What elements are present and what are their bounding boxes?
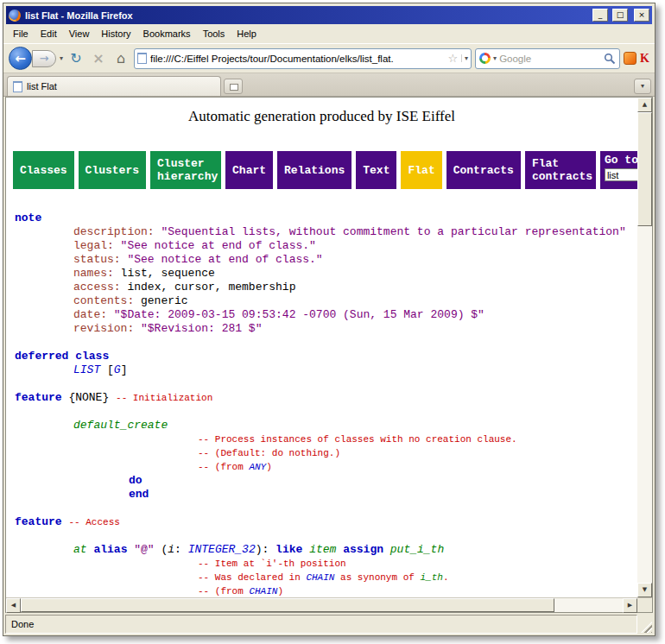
class-link[interactable]: CHAIN bbox=[306, 572, 334, 583]
minimize-button[interactable]: _ bbox=[592, 9, 608, 22]
class-link[interactable]: LIST bbox=[73, 363, 100, 376]
feature-link[interactable]: at bbox=[73, 543, 87, 556]
k-addon-icon[interactable]: K bbox=[640, 52, 649, 66]
menu-file[interactable]: File bbox=[7, 26, 35, 41]
search-icon[interactable] bbox=[604, 53, 616, 65]
bookmark-star-icon[interactable]: ☆ bbox=[447, 52, 458, 65]
code-token: index, cursor, membership bbox=[127, 281, 295, 294]
scroll-right-icon[interactable]: ▶ bbox=[623, 598, 637, 613]
code-line: -- (Default: do nothing.) bbox=[15, 446, 637, 460]
back-button[interactable]: ← bbox=[9, 47, 32, 70]
status-bar: Done bbox=[5, 615, 653, 634]
menu-bookmarks[interactable]: Bookmarks bbox=[137, 26, 197, 41]
nav-button-flat[interactable]: Flat bbox=[401, 151, 441, 189]
url-input[interactable] bbox=[150, 54, 444, 64]
nav-button-clusters[interactable]: Clusters bbox=[79, 151, 146, 189]
code-token: legal: bbox=[73, 239, 121, 252]
code-token: status: bbox=[73, 253, 127, 266]
code-line: status: "See notice at end of class." bbox=[15, 253, 637, 267]
menu-bar: File Edit View History Bookmarks Tools H… bbox=[3, 24, 655, 43]
forward-button[interactable]: → bbox=[32, 50, 56, 67]
horizontal-scroll-thumb[interactable] bbox=[21, 598, 554, 612]
url-dropdown-icon[interactable]: ▾ bbox=[461, 54, 468, 62]
vertical-scrollbar[interactable]: ▲ ▼ bbox=[637, 98, 652, 597]
scroll-down-icon[interactable]: ▼ bbox=[637, 583, 652, 597]
window-title: list Flat - Mozilla Firefox bbox=[25, 10, 588, 21]
tab-favicon bbox=[13, 81, 22, 92]
feature-link[interactable]: item bbox=[309, 543, 336, 556]
search-bar[interactable]: ▾ bbox=[475, 48, 620, 69]
tab-list-flat[interactable]: list Flat bbox=[7, 76, 221, 96]
stop-button[interactable]: × bbox=[89, 49, 108, 68]
vertical-scroll-thumb[interactable] bbox=[637, 112, 652, 226]
page-favicon bbox=[137, 53, 147, 64]
class-link[interactable]: ANY bbox=[249, 462, 266, 472]
menu-tools[interactable]: Tools bbox=[197, 26, 231, 41]
nav-button-chart[interactable]: Chart bbox=[225, 151, 273, 189]
list-all-tabs-button[interactable]: ▾ bbox=[634, 79, 651, 94]
firefox-window: list Flat - Mozilla Firefox _ □ × File E… bbox=[3, 3, 656, 636]
scroll-up-icon[interactable]: ▲ bbox=[637, 98, 652, 112]
code-line: names: list, sequence bbox=[15, 267, 637, 281]
resize-grip[interactable] bbox=[639, 615, 653, 634]
code-token: feature bbox=[15, 391, 62, 404]
nav-button-relations[interactable]: Relations bbox=[277, 151, 352, 189]
search-input[interactable] bbox=[499, 54, 601, 64]
code-token bbox=[383, 543, 390, 556]
code-token: ) bbox=[277, 586, 283, 597]
address-bar[interactable]: ☆ ▾ bbox=[134, 48, 472, 69]
scroll-left-icon[interactable]: ◀ bbox=[6, 598, 21, 613]
code-token: assign bbox=[343, 543, 383, 556]
code-token: -- Initialization bbox=[116, 393, 212, 403]
nav-button-flat-contracts[interactable]: Flat contracts bbox=[525, 151, 596, 189]
refresh-button[interactable]: ↻ bbox=[66, 49, 86, 68]
horizontal-scroll-track[interactable] bbox=[554, 598, 623, 612]
code-token: i bbox=[168, 543, 174, 556]
title-bar[interactable]: list Flat - Mozilla Firefox _ □ × bbox=[6, 6, 652, 24]
nav-button-cluster-hierarchy[interactable]: Cluster hierarchy bbox=[150, 151, 221, 189]
scrollbar-corner bbox=[637, 598, 652, 612]
class-link[interactable]: CHAIN bbox=[249, 586, 277, 597]
class-link[interactable]: G bbox=[114, 363, 121, 376]
nav-button-contracts[interactable]: Contracts bbox=[446, 151, 521, 189]
new-tab-button[interactable] bbox=[224, 79, 243, 94]
close-button[interactable]: × bbox=[634, 9, 649, 22]
code-token: -- Access bbox=[68, 517, 119, 527]
code-line: note bbox=[15, 212, 637, 225]
class-link[interactable]: INTEGER_32 bbox=[188, 543, 256, 556]
feature-link[interactable]: i_th bbox=[420, 572, 442, 583]
orange-addon-icon[interactable] bbox=[624, 52, 636, 65]
search-engine-dropdown-icon[interactable]: ▾ bbox=[493, 54, 497, 62]
menu-edit[interactable]: Edit bbox=[35, 26, 63, 41]
code-token: ( bbox=[155, 543, 168, 556]
code-line: feature {NONE} -- Initialization bbox=[15, 391, 637, 405]
vertical-scroll-track[interactable] bbox=[637, 226, 652, 583]
menu-history[interactable]: History bbox=[95, 26, 136, 41]
feature-link[interactable]: put_i_th bbox=[390, 543, 444, 556]
tab-label: list Flat bbox=[27, 81, 57, 92]
menu-help[interactable]: Help bbox=[231, 26, 263, 41]
code-token: contents: bbox=[73, 294, 141, 307]
code-token: "@" bbox=[134, 543, 154, 556]
tab-bar: list Flat ▾ bbox=[3, 73, 655, 97]
code-token: like bbox=[276, 543, 302, 556]
code-token: "See notice at end of class." bbox=[127, 253, 322, 266]
maximize-button[interactable]: □ bbox=[612, 9, 628, 22]
goto-input[interactable] bbox=[605, 168, 637, 181]
code-token: -- Process instances of classes with no … bbox=[198, 434, 517, 445]
nav-button-classes[interactable]: Classes bbox=[13, 151, 74, 189]
nav-button-text[interactable]: Text bbox=[356, 151, 396, 189]
code-line: description: "Sequential lists, without … bbox=[15, 225, 637, 239]
code-token: . bbox=[443, 572, 449, 583]
feature-link[interactable]: default_create bbox=[73, 419, 168, 432]
code-line bbox=[15, 377, 637, 391]
horizontal-scrollbar[interactable]: ◀ ▶ bbox=[6, 598, 637, 612]
code-line: -- Was declared in CHAIN as synonym of i… bbox=[15, 571, 637, 584]
history-dropdown-icon[interactable]: ▾ bbox=[60, 54, 63, 62]
menu-view[interactable]: View bbox=[63, 26, 96, 41]
code-token: ] bbox=[121, 363, 128, 376]
code-token bbox=[336, 543, 343, 556]
code-token bbox=[302, 543, 309, 556]
browser-content: Automatic generation produced by ISE Eif… bbox=[5, 97, 653, 613]
home-button[interactable]: ⌂ bbox=[111, 49, 130, 68]
